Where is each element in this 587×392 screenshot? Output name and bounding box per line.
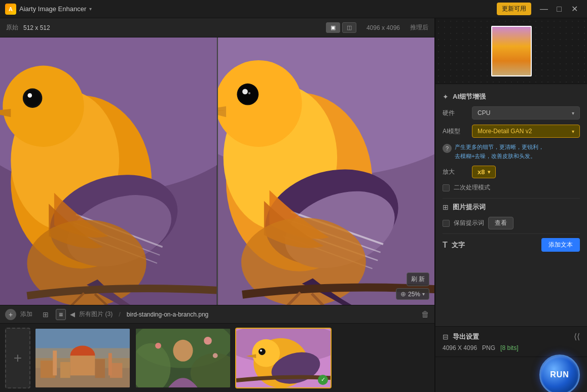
thumbnail-bg-2 [136,329,230,387]
svg-point-55 [213,353,218,358]
preserve-hint-checkbox[interactable] [443,220,450,227]
secondary-mode-checkbox[interactable] [443,184,450,191]
svg-point-26 [248,92,250,94]
titlebar: A Aiarty Image Enhancer ▾ 更新可用 — □ ✕ [0,0,587,18]
view-toggle-group: ▣ ◫ [326,22,356,33]
preserve-hint-label: 保留提示词 [454,219,484,227]
add-new-button[interactable]: + [5,328,30,388]
thumbnail-bg-3 [236,329,331,387]
svg-point-54 [204,336,212,344]
secondary-mode-row: 二次处理模式 [443,183,580,192]
image-hint-icon: ⊞ [443,203,449,211]
maximize-button[interactable]: □ [552,2,567,17]
zoom-dropdown-arrow: ▾ [488,169,490,175]
hardware-value: CPU [478,109,490,116]
svg-rect-44 [95,359,105,377]
breadcrumb-nav[interactable]: 所有图片 (3) [79,310,113,319]
svg-rect-41 [70,356,95,375]
zoom-dropdown[interactable]: x8 ▾ [472,166,496,178]
add-icon-button[interactable]: + [5,309,16,320]
filmstrip-content: + [0,324,434,392]
infer-label: 推理后 [410,23,428,32]
original-label: 原始 [6,23,18,32]
export-collapse-button[interactable]: ⟨⟨ [574,332,580,341]
hardware-dropdown-arrow: ▾ [572,110,574,116]
enhanced-image: 刷 新 ⊕ 25% ▾ [218,37,435,305]
svg-point-7 [24,90,41,106]
ai-enhance-title: AI细节增强 [453,92,486,101]
titlebar-dropdown-arrow[interactable]: ▾ [89,6,92,12]
ai-model-dropdown[interactable]: More-Detail GAN v2 ▾ [472,125,580,138]
original-bird-svg [0,37,217,305]
help-row: ? 产生更多的细节，更清晰，更锐利，去模糊+去噪，改善皮肤和头发。 [443,143,580,161]
hardware-label: 硬件 [443,109,468,117]
preview-thumbnail [491,26,532,76]
single-view-button[interactable]: ▣ [326,22,340,33]
thumb1-svg [35,328,130,388]
main-layout: 原始 512 x 512 ▣ ◫ 4096 x 4096 推理后 [0,18,587,392]
export-format: PNG [482,344,495,351]
grid-view-button[interactable]: ⊞ [40,309,52,320]
svg-point-25 [242,89,248,95]
svg-point-24 [238,85,256,103]
image-panel: 原始 512 x 512 ▣ ◫ 4096 x 4096 推理后 [0,18,435,392]
hardware-dropdown[interactable]: CPU ▾ [472,106,580,120]
text-section-header: T 文字 添加文本 [443,238,580,252]
delete-button[interactable]: 🗑 [421,310,429,319]
image-hint-title: 图片提示词 [453,203,486,212]
ai-model-label: AI模型 [443,127,468,136]
svg-rect-47 [108,353,112,375]
svg-point-52 [173,339,193,361]
ai-model-dropdown-arrow: ▾ [572,129,574,134]
run-section: RUN [435,357,587,392]
close-button[interactable]: ✕ [567,2,582,17]
thumbnail-item-2[interactable] [135,328,231,388]
filmstrip-bar: + 添加 ⊞ ≡ ◀ 所有图片 (3) / bird-standing-on-a… [0,305,434,392]
svg-point-53 [155,342,161,348]
thumbnail-item-3[interactable]: ✓ [235,328,332,388]
app-logo: A [5,4,16,15]
hint-row: 保留提示词 查看 [443,217,580,229]
export-bits: [8 bits] [500,344,518,351]
thumbnail-checkmark: ✓ [318,375,328,385]
zoom-label: 放大 [443,168,468,176]
divider-1 [443,198,580,199]
svg-point-62 [260,349,262,351]
export-icon: ⊟ [443,333,449,341]
thumbnail-bg-1 [35,329,130,387]
update-button[interactable]: 更新可用 [497,3,531,15]
enhanced-bird-svg [218,37,435,305]
hardware-field-row: 硬件 CPU ▾ [443,106,580,120]
thumb2-svg [136,328,230,388]
minimize-button[interactable]: — [536,2,552,17]
back-arrow: ◀ [70,310,75,318]
ai-model-field-row: AI模型 More-Detail GAN v2 ▾ [443,125,580,138]
list-view-button[interactable]: ≡ [56,309,66,320]
breadcrumb-filename: bird-standing-on-a-branch.png [127,311,208,318]
refresh-row: 刷 新 [407,272,429,286]
svg-rect-45 [60,362,70,377]
svg-point-21 [218,60,302,147]
text-header-inner: T 文字 [443,241,465,250]
export-title-row: ⊟ 导出设置 [443,332,479,341]
ai-model-value: More-Detail GAN v2 [478,128,532,135]
float-controls: 刷 新 ⊕ 25% ▾ [396,272,429,300]
split-view-button[interactable]: ◫ [342,22,356,33]
refresh-button[interactable]: 刷 新 [407,272,429,286]
zoom-dropdown-arrow[interactable]: ▾ [422,291,425,297]
zoom-field-row: 放大 x8 ▾ [443,166,580,178]
image-hint-header: ⊞ 图片提示词 [443,203,580,212]
ai-enhance-icon: ✦ [443,93,449,101]
zoom-value: 25% [408,291,420,298]
thumbnail-preview [435,18,587,84]
help-text: 产生更多的细节，更清晰，更锐利，去模糊+去噪，改善皮肤和头发。 [455,143,544,161]
run-button[interactable]: RUN [539,355,580,393]
help-icon[interactable]: ? [443,144,452,153]
view-hint-button[interactable]: 查看 [488,217,513,229]
output-size: 4096 x 4096 [366,24,400,31]
thumb3-svg [236,328,331,388]
app-name: Aiarty Image Enhancer [19,5,86,13]
zoom-control[interactable]: ⊕ 25% ▾ [396,288,429,300]
add-text-button[interactable]: 添加文本 [541,238,580,252]
thumbnail-item-1[interactable] [34,328,131,388]
